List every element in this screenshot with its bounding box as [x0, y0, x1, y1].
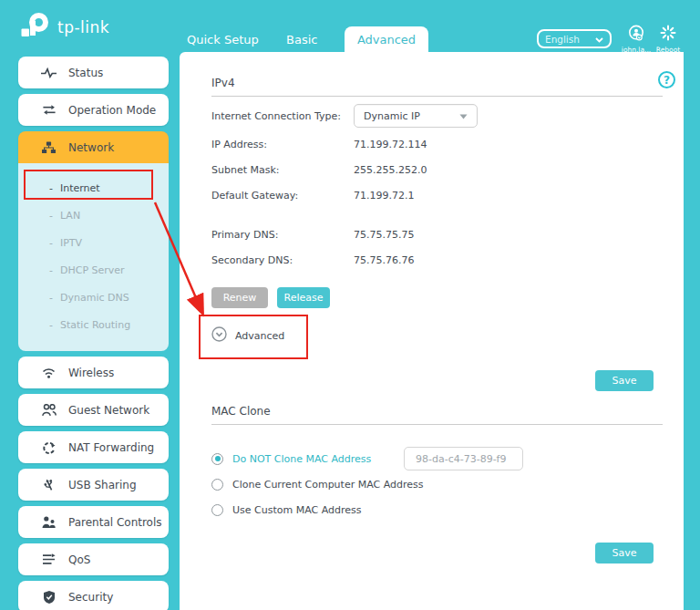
reboot-icon: [660, 25, 676, 45]
submenu-label: Static Routing: [60, 319, 130, 331]
sidebar-item-wireless[interactable]: Wireless: [18, 357, 169, 388]
tp-link-logo-icon: [20, 10, 51, 45]
help-glyph: ?: [664, 74, 670, 87]
sidebar-item-operation-mode[interactable]: Operation Mode: [18, 94, 169, 126]
advanced-expander-label: Advanced: [235, 330, 284, 342]
submenu-bullet: -: [49, 292, 53, 304]
user-account-button[interactable]: john.la...: [618, 25, 654, 54]
secondary-dns-label: Secondary DNS:: [211, 254, 354, 266]
default-gateway-value: 71.199.72.1: [354, 190, 414, 202]
parental-icon: [41, 516, 57, 529]
submenu-item-lan[interactable]: - LAN: [18, 202, 169, 229]
sidebar-item-qos[interactable]: QoS: [18, 543, 169, 575]
guests-icon: [41, 404, 57, 416]
submenu-label: DHCP Server: [60, 264, 125, 276]
default-gateway-label: Default Gateway:: [211, 190, 354, 202]
radio-do-not-clone[interactable]: [211, 453, 223, 465]
network-submenu: - Internet - LAN - IPTV - DHCP Server - …: [18, 163, 169, 351]
sidebar-item-label: NAT Forwarding: [68, 441, 154, 454]
radio-label-do-not-clone[interactable]: Do NOT Clone MAC Address: [232, 453, 371, 465]
sidebar-item-usb-sharing[interactable]: USB Sharing: [18, 469, 169, 501]
submenu-label: IPTV: [60, 237, 82, 249]
release-button[interactable]: Release: [277, 287, 330, 308]
tp-link-logo: tp-link: [20, 10, 109, 45]
subnet-mask-value: 255.255.252.0: [354, 164, 427, 176]
submenu-item-dynamic-dns[interactable]: - Dynamic DNS: [18, 284, 169, 311]
mac-option-row-clone-current: Clone Current Computer MAC Address: [211, 476, 424, 492]
reboot-button[interactable]: Reboot: [650, 25, 686, 54]
connection-type-value: Dynamic IP: [364, 110, 420, 122]
submenu-item-internet[interactable]: - Internet: [18, 174, 169, 202]
sidebar-item-label: Status: [68, 67, 103, 79]
content-panel: ? IPv4 Internet Connection Type: Dynamic…: [180, 52, 684, 610]
sidebar-item-label: Operation Mode: [68, 104, 156, 117]
primary-dns-value: 75.75.75.75: [354, 229, 414, 241]
secondary-dns-row: Secondary DNS: 75.75.76.76: [211, 252, 414, 268]
sidebar-item-label: USB Sharing: [68, 479, 137, 491]
radio-label-clone-current[interactable]: Clone Current Computer MAC Address: [232, 479, 424, 491]
circle-chevron-down-icon: [211, 326, 227, 345]
submenu-bullet: -: [49, 182, 53, 194]
tab-advanced[interactable]: Advanced: [345, 26, 428, 52]
chevron-down-icon: [459, 110, 468, 122]
radio-use-custom[interactable]: [211, 504, 223, 516]
renew-button[interactable]: Renew: [211, 287, 268, 308]
sidebar-item-label: Guest Network: [68, 404, 149, 417]
sidebar-item-parental-controls[interactable]: Parental Controls: [18, 506, 169, 538]
submenu-bullet: -: [49, 237, 53, 249]
ipv4-save-button[interactable]: Save: [595, 370, 654, 391]
sidebar-item-guest-network[interactable]: Guest Network: [18, 394, 169, 426]
usb-icon: [41, 479, 57, 491]
ip-address-label: IP Address:: [211, 139, 354, 150]
advanced-expander[interactable]: Advanced: [211, 326, 284, 345]
sidebar-item-label: Security: [68, 591, 113, 604]
submenu-label: Dynamic DNS: [60, 292, 129, 304]
mac-clone-save-button[interactable]: Save: [595, 543, 654, 563]
sidebar-item-network[interactable]: Network: [18, 131, 169, 163]
tab-label: Quick Setup: [187, 33, 259, 47]
sidebar-item-security[interactable]: Security: [18, 581, 169, 610]
connection-type-select[interactable]: Dynamic IP: [354, 104, 478, 128]
submenu-item-static-routing[interactable]: - Static Routing: [18, 311, 169, 338]
tab-label: Basic: [286, 33, 317, 47]
submenu-bullet: -: [49, 210, 53, 222]
network-icon: [41, 141, 57, 154]
ipv4-section-title: IPv4: [211, 77, 663, 97]
header: tp-link Quick Setup Basic Advanced Engli…: [0, 0, 700, 52]
ip-address-value: 71.199.72.114: [354, 139, 427, 150]
sidebar-item-nat-forwarding[interactable]: NAT Forwarding: [18, 431, 169, 463]
connection-type-row: Internet Connection Type: Dynamic IP: [211, 104, 478, 128]
mac-clone-section-title: MAC Clone: [211, 405, 663, 425]
language-value: English: [545, 34, 580, 45]
pulse-icon: [41, 67, 57, 78]
sidebar-item-label: Parental Controls: [68, 516, 162, 529]
radio-clone-current[interactable]: [211, 479, 223, 491]
tab-basic[interactable]: Basic: [286, 26, 317, 52]
nat-icon: [41, 441, 57, 454]
submenu-label: LAN: [60, 210, 80, 222]
sidebar-item-label: Network: [68, 141, 114, 154]
shield-icon: [41, 591, 57, 604]
secondary-dns-value: 75.75.76.76: [354, 254, 414, 266]
logo-text: tp-link: [57, 18, 109, 36]
subnet-mask-row: Subnet Mask: 255.255.252.0: [211, 161, 427, 178]
chevron-down-icon: [595, 34, 603, 45]
sidebar-item-label: QoS: [68, 553, 90, 566]
primary-dns-row: Primary DNS: 75.75.75.75: [211, 226, 414, 243]
default-gateway-row: Default Gateway: 71.199.72.1: [211, 187, 414, 203]
wifi-icon: [41, 367, 57, 378]
subnet-mask-label: Subnet Mask:: [211, 164, 354, 176]
sidebar-item-status[interactable]: Status: [18, 57, 169, 88]
connection-type-label: Internet Connection Type:: [211, 110, 354, 122]
submenu-item-iptv[interactable]: - IPTV: [18, 229, 169, 256]
submenu-item-dhcp-server[interactable]: - DHCP Server: [18, 256, 169, 284]
qos-icon: [41, 553, 57, 565]
user-icon: [628, 25, 644, 45]
mac-address-input[interactable]: [404, 447, 523, 470]
tab-quick-setup[interactable]: Quick Setup: [187, 26, 259, 52]
primary-dns-label: Primary DNS:: [211, 229, 354, 241]
router-admin-page: tp-link Quick Setup Basic Advanced Engli…: [0, 0, 700, 610]
radio-label-use-custom[interactable]: Use Custom MAC Address: [232, 504, 362, 516]
language-select[interactable]: English: [537, 29, 612, 48]
tab-label: Advanced: [357, 33, 416, 47]
